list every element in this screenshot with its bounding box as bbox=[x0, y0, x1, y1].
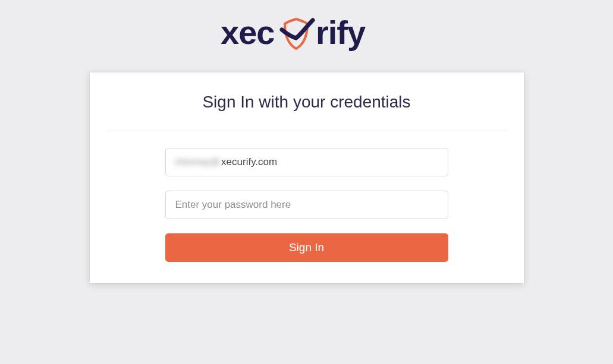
sign-in-button[interactable]: Sign In bbox=[165, 233, 448, 262]
xecurify-logo-svg: xec rify bbox=[221, 13, 393, 55]
brand-logo: xec rify bbox=[221, 13, 393, 55]
page-container: xec rify Sign In with your credentials c… bbox=[0, 0, 613, 283]
login-card: Sign In with your credentials chinmay@ x… bbox=[90, 72, 524, 283]
email-input-wrapper: chinmay@ xecurify.com bbox=[165, 148, 448, 176]
password-input[interactable] bbox=[165, 191, 448, 219]
svg-text:xec: xec bbox=[221, 14, 274, 51]
login-form: chinmay@ xecurify.com Sign In bbox=[90, 148, 524, 262]
password-input-wrapper bbox=[165, 191, 448, 219]
card-title: Sign In with your credentials bbox=[90, 72, 524, 131]
svg-text:rify: rify bbox=[316, 14, 366, 51]
email-input[interactable] bbox=[165, 148, 448, 176]
divider bbox=[106, 131, 507, 131]
